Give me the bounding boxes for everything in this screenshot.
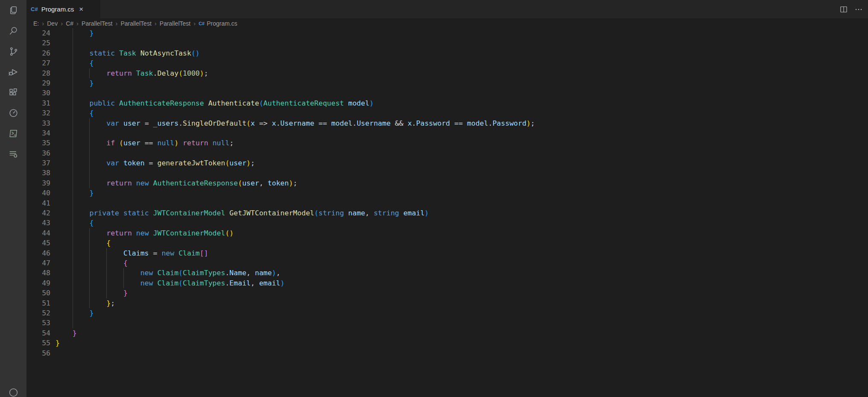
line-number[interactable]: 47 [26, 258, 50, 268]
code-line-text: public AuthenticateResponse Authenticate… [56, 98, 374, 108]
more-actions-icon[interactable]: ⋯ [855, 6, 863, 13]
line-number[interactable]: 30 [26, 88, 50, 98]
code-line[interactable]: 48 new Claim(ClaimTypes.Name, name), [26, 268, 868, 278]
line-number[interactable]: 27 [26, 58, 50, 68]
line-number[interactable]: 50 [26, 288, 50, 298]
terminal-icon[interactable] [0, 123, 26, 144]
breadcrumb-item[interactable]: Program.cs [207, 20, 237, 27]
run-debug-icon[interactable] [0, 62, 26, 82]
code-line-text: return new AuthenticateResponse(user, to… [56, 178, 297, 188]
tab-program-cs[interactable]: C# Program.cs × [26, 0, 100, 18]
code-line[interactable]: 46 Claims = new Claim[] [26, 248, 868, 258]
line-number[interactable]: 49 [26, 278, 50, 288]
line-number[interactable]: 29 [26, 78, 50, 88]
code-line[interactable]: 39 return new AuthenticateResponse(user,… [26, 178, 868, 188]
vscode-window: C# Program.cs × ⋯ E:›Dev›C#›ParallelTest… [0, 0, 868, 397]
editor-actions: ⋯ [839, 0, 863, 18]
files-icon[interactable] [0, 0, 26, 21]
code-line[interactable]: 52 } [26, 308, 868, 318]
line-number[interactable]: 48 [26, 268, 50, 278]
line-number[interactable]: 26 [26, 48, 50, 58]
line-number[interactable]: 44 [26, 228, 50, 238]
breadcrumb-item[interactable]: E: [33, 20, 39, 27]
code-line[interactable]: 29 } [26, 78, 868, 88]
breadcrumb-item[interactable]: C# [66, 20, 73, 27]
breadcrumb-item[interactable]: ParallelTest [120, 20, 151, 27]
line-number[interactable]: 51 [26, 298, 50, 308]
code-line-text: var user = _users.SingleOrDefault(x => x… [56, 118, 535, 128]
line-number[interactable]: 38 [26, 168, 50, 178]
code-line[interactable]: 37 var token = generateJwtToken(user); [26, 158, 868, 168]
code-line[interactable]: 47 { [26, 258, 868, 268]
code-line[interactable]: 24 } [26, 28, 868, 38]
line-number[interactable]: 56 [26, 348, 50, 358]
breadcrumb-item[interactable]: ParallelTest [82, 20, 112, 27]
extensions-icon[interactable] [0, 82, 26, 103]
chevron-right-icon: › [115, 20, 117, 27]
line-number[interactable]: 32 [26, 108, 50, 118]
code-line[interactable]: 27 { [26, 58, 868, 68]
code-line[interactable]: 45 { [26, 238, 868, 248]
code-line[interactable]: 31 public AuthenticateResponse Authentic… [26, 98, 868, 108]
line-number[interactable]: 52 [26, 308, 50, 318]
code-line[interactable]: 26 static Task NotAsyncTask() [26, 48, 868, 58]
code-line[interactable]: 35 if (user == null) return null; [26, 138, 868, 148]
code-line[interactable]: 34 [26, 128, 868, 138]
line-number[interactable]: 37 [26, 158, 50, 168]
line-number[interactable]: 41 [26, 198, 50, 208]
code-line[interactable]: 50 } [26, 288, 868, 298]
code-line[interactable]: 56 [26, 348, 868, 358]
code-line[interactable]: 32 { [26, 108, 868, 118]
line-number[interactable]: 40 [26, 188, 50, 198]
code-line-text: { [56, 108, 94, 118]
code-line[interactable]: 53 [26, 318, 868, 328]
line-number[interactable]: 31 [26, 98, 50, 108]
breadcrumb-item[interactable]: Dev [47, 20, 58, 27]
code-line[interactable]: 49 new Claim(ClaimTypes.Email, email) [26, 278, 868, 288]
line-number[interactable]: 28 [26, 68, 50, 78]
code-line[interactable]: 40 } [26, 188, 868, 198]
code-line[interactable]: 42 private static JWTContainerModel GetJ… [26, 208, 868, 218]
line-number[interactable]: 25 [26, 38, 50, 48]
split-editor-icon[interactable] [839, 5, 848, 14]
code-line[interactable]: 44 return new JWTContainerModel() [26, 228, 868, 238]
chevron-right-icon: › [193, 20, 196, 27]
line-number[interactable]: 43 [26, 218, 50, 228]
line-number[interactable]: 54 [26, 328, 50, 338]
code-line[interactable]: 33 var user = _users.SingleOrDefault(x =… [26, 118, 868, 128]
code-line[interactable]: 41 [26, 198, 868, 208]
account-icon[interactable] [0, 382, 26, 397]
line-number[interactable]: 36 [26, 148, 50, 158]
code-line[interactable]: 54 } [26, 328, 868, 338]
output-list-icon[interactable] [0, 144, 26, 164]
code-line[interactable]: 43 { [26, 218, 868, 228]
csharp-file-icon: C# [31, 6, 38, 12]
line-number[interactable]: 39 [26, 178, 50, 188]
line-number[interactable]: 34 [26, 128, 50, 138]
line-number[interactable]: 24 [26, 28, 50, 38]
code-line-text: } [56, 78, 94, 88]
code-line-text: } [56, 338, 60, 348]
line-number[interactable]: 55 [26, 338, 50, 348]
code-line[interactable]: 38 [26, 168, 868, 178]
source-control-icon[interactable] [0, 41, 26, 62]
breadcrumb-item[interactable]: ParallelTest [160, 20, 190, 27]
code-line[interactable]: 30 [26, 88, 868, 98]
line-number[interactable]: 46 [26, 248, 50, 258]
code-line[interactable]: 25 [26, 38, 868, 48]
code-line[interactable]: 55} [26, 338, 868, 348]
line-number[interactable]: 33 [26, 118, 50, 128]
line-number[interactable]: 53 [26, 318, 50, 328]
clock-icon[interactable] [0, 103, 26, 123]
chevron-right-icon: › [61, 20, 63, 27]
line-number[interactable]: 42 [26, 208, 50, 218]
code-line[interactable]: 51 }; [26, 298, 868, 308]
search-icon[interactable] [0, 21, 26, 41]
tab-close-icon[interactable]: × [79, 6, 83, 13]
code-line-text: { [56, 258, 128, 268]
code-line[interactable]: 36 [26, 148, 868, 158]
code-area[interactable]: 24 }2526 static Task NotAsyncTask()27 {2… [26, 28, 868, 358]
line-number[interactable]: 35 [26, 138, 50, 148]
code-line[interactable]: 28 return Task.Delay(1000); [26, 68, 868, 78]
line-number[interactable]: 45 [26, 238, 50, 248]
